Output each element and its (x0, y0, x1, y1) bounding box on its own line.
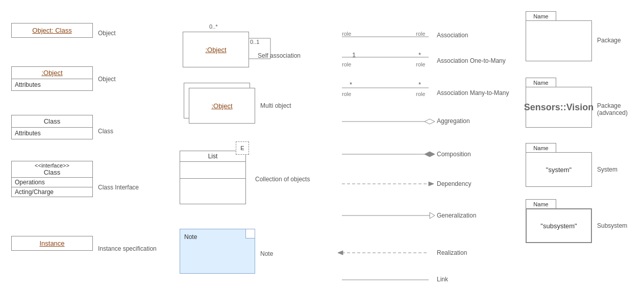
svg-marker-4 (425, 119, 435, 124)
instance-name: Instance (39, 239, 64, 247)
class-interface-acting: Acting/Charge (15, 188, 54, 196)
svg-marker-6 (425, 152, 435, 157)
assoc-mtm-role2: role (416, 91, 425, 97)
class-attributes: Attributes (15, 130, 41, 137)
aggregation-label: Aggregation (437, 117, 470, 125)
package-label: Package (597, 37, 621, 44)
link-label: Link (437, 276, 448, 283)
multi-obj-front: :Object (189, 88, 255, 124)
dependency-label: Dependency (437, 180, 471, 187)
package-tab-label: Name (533, 13, 548, 19)
object-class-name: Object: Class (32, 27, 71, 34)
object-instance-name: :Object (41, 69, 62, 77)
class-interface-operations: Operations (15, 179, 45, 186)
generalization-label: Generalization (437, 212, 476, 219)
object-instance-label: Object (98, 76, 116, 83)
pkg-adv-tab-label: Name (533, 80, 548, 86)
assoc-otm-role1: role (342, 61, 351, 67)
realization-label: Realization (437, 249, 467, 256)
pkg-adv-inner: Sensors::Vision (524, 102, 594, 113)
assoc-mtm-mult2: * (418, 81, 421, 88)
e-box: E (236, 141, 249, 155)
class-interface-stereotype: <<interface>> (35, 162, 69, 169)
note-label: Note (260, 250, 273, 257)
class-label: Class (98, 128, 113, 135)
pkg-adv-tab: Name (526, 78, 556, 88)
sub-tab-label: Name (533, 201, 548, 207)
class-interface-shape: <<interface>> Class Operations Acting/Ch… (11, 161, 93, 197)
sub-tab: Name (526, 199, 556, 209)
svg-marker-8 (429, 182, 434, 186)
object-class-shape: Object: Class (11, 23, 93, 38)
assoc-otm-role2: role (416, 61, 425, 67)
package-tab: Name (526, 11, 556, 21)
self-assoc-box: :Object (183, 32, 249, 67)
package-body (526, 20, 592, 61)
note-shape: Note (180, 229, 255, 274)
object-instance-attributes: Attributes (15, 81, 41, 88)
svg-marker-12 (338, 251, 343, 255)
object-instance-shape: :Object Attributes (11, 66, 93, 91)
assoc-label: Association (437, 32, 468, 39)
instance-label: Instance specification (98, 245, 157, 252)
assoc-role1: role (342, 31, 351, 37)
sys-label: System (597, 166, 617, 173)
sys-inner: "system" (546, 166, 572, 174)
assoc-mtm-role1: role (342, 91, 351, 97)
note-corner (245, 229, 255, 238)
assoc-otm-mult1: 1 (352, 51, 356, 59)
diagram-area: Object: Class Object :Object Attributes … (0, 0, 644, 288)
assoc-otm-label: Association One-to-Many (437, 57, 506, 64)
self-assoc-label: Self association (258, 52, 301, 59)
assoc-mtm-label: Association Many-to-Many (437, 89, 509, 97)
assoc-role2: role (416, 31, 425, 37)
class-shape: Class Attributes (11, 115, 93, 139)
collection-list-name: List (208, 153, 218, 160)
svg-marker-10 (430, 212, 435, 219)
self-assoc-name: :Object (205, 46, 226, 54)
self-assoc-mult1: 0..* (209, 23, 218, 30)
collection-label: Collection of objects (255, 176, 310, 183)
sub-label: Subsystem (597, 222, 627, 229)
multi-obj-label: Multi object (260, 102, 291, 109)
self-assoc-mult2: 0..1 (250, 39, 259, 45)
object-class-label: Object (98, 30, 116, 37)
assoc-otm-mult2: * (418, 51, 421, 59)
e-label: E (240, 145, 244, 151)
composition-label: Composition (437, 151, 471, 158)
class-name: Class (44, 117, 61, 125)
sub-inner: "subsystem" (540, 222, 577, 230)
multi-obj-name: :Object (211, 102, 232, 110)
pkg-adv-body: Sensors::Vision (526, 87, 592, 128)
collection-list-box: List (180, 151, 246, 204)
sys-tab: Name (526, 143, 556, 153)
assoc-mtm-mult1: * (350, 81, 352, 88)
class-interface-label: Class Interface (98, 184, 139, 191)
class-interface-name: Class (44, 169, 61, 176)
sub-body: "subsystem" (526, 208, 592, 243)
instance-shape: Instance (11, 236, 93, 251)
note-title: Note (184, 233, 197, 241)
pkg-adv-label: Package(advanced) (597, 102, 628, 116)
sys-body: "system" (526, 152, 592, 187)
sys-tab-label: Name (533, 145, 548, 151)
